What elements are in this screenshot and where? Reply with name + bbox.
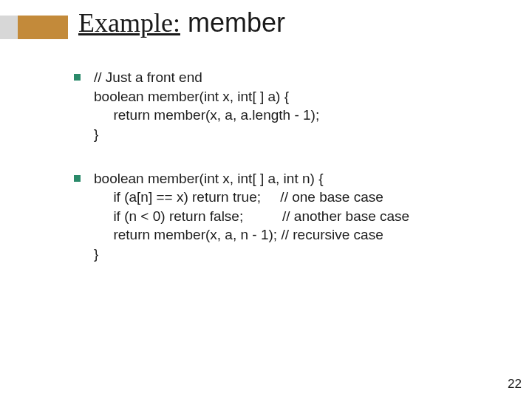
code-line: return member(x, a, a.length - 1);: [94, 107, 319, 123]
bullet-row: // Just a front end boolean member(int x…: [74, 68, 502, 144]
code-line: return member(x, a, n - 1); // recursive…: [94, 227, 383, 242]
code-line: }: [94, 246, 98, 262]
slide-title: Example: member: [78, 7, 285, 38]
title-accent-brown: [18, 16, 68, 39]
title-accent-gray: [0, 16, 18, 39]
code-text: // Just a front end boolean member(int x…: [94, 68, 502, 144]
code-block-2: boolean member(int x, int[ ] a, int n) {…: [74, 169, 502, 264]
bullet-square-icon: [74, 74, 81, 81]
bullet-square-icon: [74, 175, 81, 182]
slide-body: // Just a front end boolean member(int x…: [74, 68, 502, 289]
bullet-row: boolean member(int x, int[ ] a, int n) {…: [74, 169, 502, 264]
code-line: if (n < 0) return false; // another base…: [94, 208, 409, 224]
code-line: if (a[n] == x) return true; // one base …: [94, 189, 383, 205]
code-block-1: // Just a front end boolean member(int x…: [74, 68, 502, 144]
title-plain: member: [180, 7, 285, 38]
page-number: 22: [508, 377, 522, 392]
title-underlined: Example:: [78, 8, 180, 38]
code-line: }: [94, 126, 98, 142]
code-line: boolean member(int x, int[ ] a, int n) {: [94, 171, 324, 186]
code-line: boolean member(int x, int[ ] a) {: [94, 89, 289, 104]
code-text: boolean member(int x, int[ ] a, int n) {…: [94, 169, 502, 264]
slide: Example: member // Just a front end bool…: [0, 0, 532, 399]
code-line: // Just a front end: [94, 69, 202, 85]
